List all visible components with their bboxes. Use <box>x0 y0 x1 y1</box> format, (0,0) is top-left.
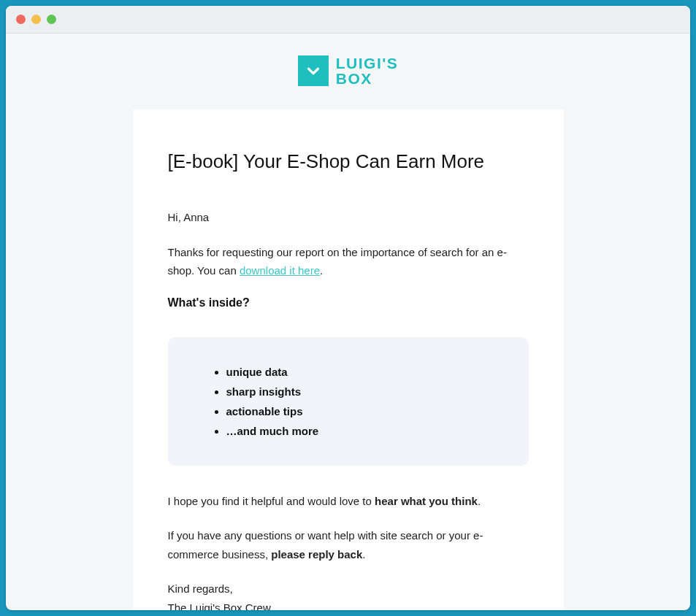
intro-text-prefix: Thanks for requesting our report on the … <box>168 246 507 277</box>
logo-mark <box>298 55 329 86</box>
feature-list: unique data sharp insights actionable ti… <box>212 362 485 441</box>
list-item: sharp insights <box>226 382 485 401</box>
list-item: …and much more <box>226 421 485 441</box>
help-suffix: . <box>362 548 365 561</box>
hope-prefix: I hope you find it helpful and would lov… <box>168 495 375 507</box>
intro-text-suffix: . <box>320 264 323 277</box>
signoff-line-2: The Luigi's Box Crew <box>168 598 529 611</box>
logo-line1: LUIGI'S <box>336 55 399 71</box>
close-icon[interactable] <box>16 15 26 24</box>
maximize-icon[interactable] <box>47 15 56 24</box>
chevron-down-icon <box>305 63 321 79</box>
email-title: [E-book] Your E-Shop Can Earn More <box>168 150 529 173</box>
email-intro: Thanks for requesting our report on the … <box>168 243 529 280</box>
list-item: actionable tips <box>226 401 485 421</box>
list-item: unique data <box>226 362 485 382</box>
minimize-icon[interactable] <box>31 15 41 24</box>
hope-paragraph: I hope you find it helpful and would lov… <box>168 492 529 511</box>
page-content: LUIGI'S BOX [E-book] Your E-Shop Can Ear… <box>6 34 690 610</box>
logo-text: LUIGI'S BOX <box>336 55 399 86</box>
email-card: [E-book] Your E-Shop Can Earn More Hi, A… <box>133 109 564 610</box>
whats-inside-heading: What's inside? <box>168 296 529 309</box>
help-paragraph: If you have any questions or want help w… <box>168 526 529 563</box>
hope-suffix: . <box>478 495 481 507</box>
logo-line2: BOX <box>336 71 399 86</box>
browser-window: LUIGI'S BOX [E-book] Your E-Shop Can Ear… <box>6 6 690 610</box>
hope-bold: hear what you think <box>375 495 478 507</box>
email-greeting: Hi, Anna <box>168 208 529 227</box>
download-link[interactable]: download it here <box>240 264 320 277</box>
signoff-line-1: Kind regards, <box>168 580 529 598</box>
brand-logo: LUIGI'S BOX <box>298 55 399 86</box>
help-bold: please reply back <box>271 548 362 561</box>
window-titlebar <box>6 6 690 34</box>
feature-box: unique data sharp insights actionable ti… <box>168 337 529 466</box>
